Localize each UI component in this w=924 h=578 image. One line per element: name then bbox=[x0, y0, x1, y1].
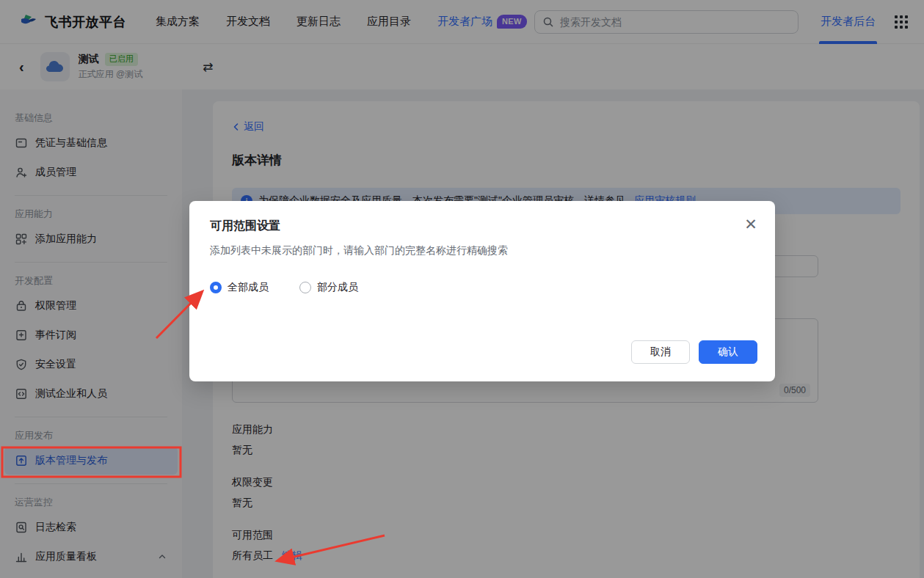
radio-selected-icon bbox=[210, 282, 222, 293]
radio-unselected-icon bbox=[299, 282, 311, 293]
radio-label: 部分成员 bbox=[317, 281, 358, 294]
modal-footer: 取消 确认 bbox=[631, 340, 757, 364]
radio-all-members[interactable]: 全部成员 bbox=[210, 281, 269, 294]
screen: 飞书开放平台 集成方案 开发文档 更新日志 应用目录 开发者广场 NEW 开发者… bbox=[0, 0, 924, 578]
modal-title: 可用范围设置 bbox=[210, 219, 754, 234]
scope-radio-group: 全部成员 部分成员 bbox=[210, 281, 754, 294]
radio-label: 全部成员 bbox=[228, 281, 269, 294]
confirm-button[interactable]: 确认 bbox=[699, 340, 757, 364]
cancel-button[interactable]: 取消 bbox=[631, 340, 690, 364]
close-icon[interactable]: ✕ bbox=[741, 214, 760, 233]
availability-modal: 可用范围设置 ✕ 添加列表中未展示的部门时，请输入部门的完整名称进行精确搜索 全… bbox=[189, 201, 775, 381]
modal-description: 添加列表中未展示的部门时，请输入部门的完整名称进行精确搜索 bbox=[210, 244, 754, 257]
radio-partial-members[interactable]: 部分成员 bbox=[299, 281, 358, 294]
